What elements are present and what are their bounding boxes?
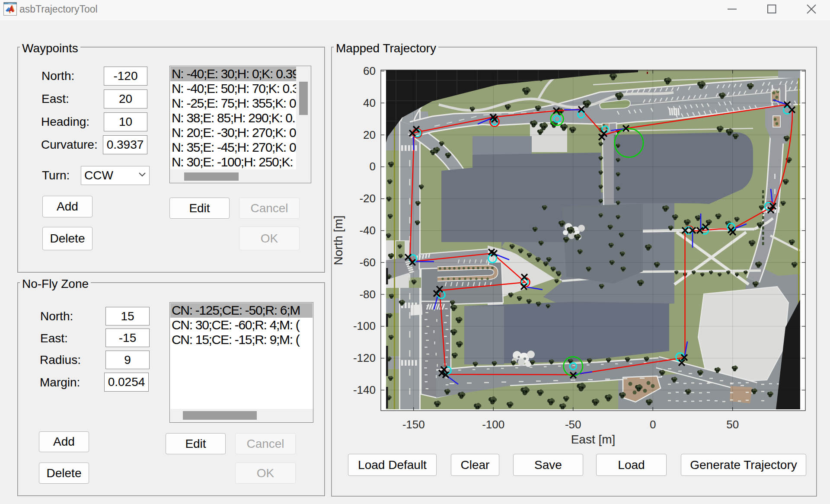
svg-text:-150: -150 (402, 418, 425, 431)
svg-text:0: 0 (650, 418, 656, 431)
svg-text:North [m]: North [m] (332, 215, 345, 265)
svg-text:20: 20 (363, 128, 376, 141)
svg-text:40: 40 (363, 96, 376, 109)
svg-text:-80: -80 (359, 288, 376, 301)
svg-text:East [m]: East [m] (571, 433, 616, 446)
svg-text:-100: -100 (353, 319, 376, 332)
svg-text:-60: -60 (359, 256, 376, 269)
svg-text:-140: -140 (353, 383, 376, 396)
svg-text:-50: -50 (565, 418, 581, 431)
svg-text:-100: -100 (482, 418, 504, 431)
svg-text:60: 60 (363, 64, 376, 77)
svg-text:-40: -40 (359, 224, 376, 237)
svg-text:-20: -20 (359, 192, 376, 205)
svg-text:0: 0 (370, 160, 376, 173)
svg-text:50: 50 (726, 418, 739, 431)
svg-text:-120: -120 (353, 351, 376, 364)
